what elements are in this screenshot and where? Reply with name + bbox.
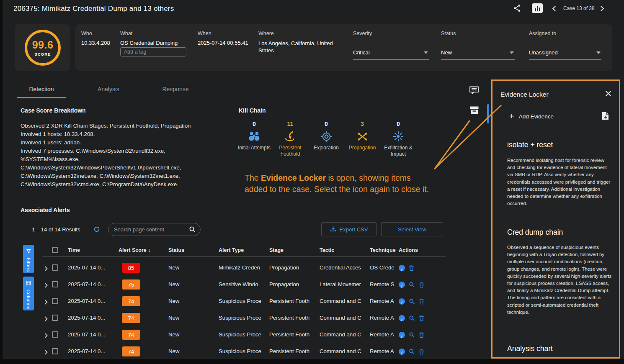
row-checkbox[interactable] bbox=[52, 348, 58, 354]
filters-button[interactable]: Filters bbox=[23, 245, 34, 273]
row-checkbox[interactable] bbox=[52, 281, 58, 287]
cell-stage: Persistent Footh bbox=[269, 343, 318, 360]
close-icon[interactable] bbox=[605, 90, 611, 98]
comments-toggle[interactable] bbox=[467, 85, 482, 97]
case-score-card: 99.6 SCORE bbox=[15, 24, 70, 71]
chevron-right-icon[interactable] bbox=[601, 5, 604, 13]
stage-exfiltration-impact[interactable]: 0 Exfiltration & Impact bbox=[380, 120, 416, 157]
stage-count: 3 bbox=[344, 120, 380, 128]
chevron-left-icon[interactable] bbox=[552, 5, 556, 13]
stage-label: Persistent Foothold bbox=[272, 145, 308, 157]
row-checkbox[interactable] bbox=[52, 264, 58, 271]
columns-button[interactable]: Columns bbox=[23, 277, 34, 310]
row-checkbox[interactable] bbox=[52, 315, 58, 321]
row-expander-icon[interactable] bbox=[44, 349, 48, 356]
evidence-item-heading[interactable]: Analysis chart bbox=[507, 344, 553, 353]
header-technique[interactable]: Technique bbox=[370, 244, 397, 257]
header-time[interactable]: Time bbox=[68, 244, 117, 257]
magnifier-icon[interactable] bbox=[409, 332, 415, 338]
row-actions bbox=[399, 259, 414, 276]
cell-stage: Persistent Footh bbox=[269, 326, 318, 343]
cell-time: 2025-07-14 0... bbox=[68, 259, 117, 276]
tab-analysis[interactable]: Analysis bbox=[75, 79, 142, 98]
alerts-table-header: Time Alert Score ↓ Status Alert Type Sta… bbox=[42, 244, 446, 257]
scrollbar-thumb[interactable] bbox=[487, 104, 489, 123]
row-expander-icon[interactable] bbox=[44, 265, 48, 273]
row-expander-icon[interactable] bbox=[44, 299, 48, 306]
row-checkbox[interactable] bbox=[52, 331, 58, 338]
header-status[interactable]: Status bbox=[168, 244, 217, 257]
tab-response[interactable]: Response bbox=[142, 79, 209, 98]
stage-initial-attempts[interactable]: 0 Initial Attempts bbox=[236, 120, 272, 157]
alert-row[interactable]: 2025-07-14 0... 74 New Suspicious Proce … bbox=[42, 343, 446, 360]
cell-status: New bbox=[168, 326, 217, 343]
trash-icon[interactable] bbox=[409, 265, 414, 271]
share-icon[interactable] bbox=[513, 4, 521, 14]
cell-status: New bbox=[168, 343, 217, 360]
evidence-item-heading[interactable]: isolate + reset bbox=[507, 141, 553, 149]
add-tag-input[interactable] bbox=[120, 47, 186, 56]
who-value: 10.33.4.208 bbox=[81, 40, 110, 46]
severity-value: Critical bbox=[353, 49, 370, 56]
stage-propagation[interactable]: 3 Propagation bbox=[344, 120, 380, 157]
header-alert-score[interactable]: Alert Score ↓ bbox=[119, 244, 150, 257]
refresh-icon[interactable] bbox=[93, 226, 100, 234]
magnifier-icon[interactable] bbox=[409, 349, 415, 355]
evidence-item-heading[interactable]: Cred dump chain bbox=[507, 228, 563, 237]
cell-stage: Persistent Footh bbox=[269, 293, 318, 310]
magnifier-icon[interactable] bbox=[409, 282, 415, 288]
info-icon[interactable] bbox=[399, 332, 405, 338]
alert-row[interactable]: 2025-07-14 0... 75 New Sensitive Windo P… bbox=[42, 276, 446, 293]
info-icon[interactable] bbox=[399, 265, 405, 271]
info-icon[interactable] bbox=[399, 315, 405, 321]
cell-tactic: Command and C bbox=[320, 326, 368, 343]
case-pagination: Case 13 of 38 bbox=[563, 5, 595, 11]
search-input[interactable] bbox=[108, 223, 201, 236]
file-plus-icon[interactable] bbox=[602, 112, 609, 122]
what-value: OS Credential Dumping bbox=[120, 40, 178, 46]
search-icon bbox=[189, 226, 196, 235]
plus-icon: + bbox=[509, 113, 514, 120]
alert-row[interactable]: 2025-07-14 0... 85 New Mimikatz Creden P… bbox=[42, 259, 446, 276]
trash-icon[interactable] bbox=[419, 282, 424, 288]
trash-icon[interactable] bbox=[419, 332, 424, 338]
alert-row[interactable]: 2025-07-14 0... 74 New Suspicious Proce … bbox=[42, 326, 446, 343]
select-all-checkbox[interactable] bbox=[52, 247, 58, 253]
tab-detection[interactable]: Detection bbox=[8, 79, 75, 98]
export-csv-button[interactable]: Export CSV bbox=[321, 222, 376, 236]
header-stage[interactable]: Stage bbox=[269, 244, 318, 257]
trash-icon[interactable] bbox=[419, 315, 424, 321]
assignee-select[interactable]: Unassigned bbox=[529, 49, 601, 60]
header-alert-type[interactable]: Alert Type bbox=[219, 244, 267, 257]
status-select[interactable]: New bbox=[441, 49, 515, 60]
header-tactic[interactable]: Tactic bbox=[320, 244, 368, 257]
row-actions bbox=[399, 276, 424, 293]
row-expander-icon[interactable] bbox=[44, 332, 48, 340]
select-view-button[interactable]: Select View bbox=[381, 222, 443, 236]
add-evidence-button[interactable]: + Add Evidence bbox=[509, 113, 554, 120]
magnifier-icon[interactable] bbox=[409, 315, 415, 321]
chevron-down-icon bbox=[596, 51, 601, 54]
evidence-locker-toggle[interactable] bbox=[467, 105, 482, 117]
bar-chart-icon[interactable] bbox=[532, 3, 543, 13]
row-expander-icon[interactable] bbox=[44, 282, 48, 290]
stage-persistent-foothold[interactable]: 11 Persistent Foothold bbox=[272, 120, 308, 157]
severity-select[interactable]: Critical bbox=[353, 49, 429, 60]
magnifier-icon[interactable] bbox=[409, 298, 415, 305]
alert-row[interactable]: 2025-07-14 0... 74 New Suspicious Proce … bbox=[42, 310, 446, 326]
filters-label: Filters bbox=[26, 258, 31, 272]
annotation-text: is open, showing items bbox=[326, 173, 411, 182]
trash-icon[interactable] bbox=[419, 349, 424, 355]
stage-count: 11 bbox=[272, 120, 308, 128]
info-icon[interactable] bbox=[399, 298, 405, 305]
row-expander-icon[interactable] bbox=[44, 315, 48, 323]
info-icon[interactable] bbox=[399, 349, 405, 355]
trash-icon[interactable] bbox=[419, 298, 424, 305]
stage-label: Initial Attempts bbox=[236, 145, 272, 151]
row-checkbox[interactable] bbox=[52, 298, 58, 304]
info-icon[interactable] bbox=[399, 282, 405, 288]
left-edge bbox=[0, 0, 3, 364]
alert-row[interactable]: 2025-07-14 0... 74 New Suspicious Proce … bbox=[42, 293, 446, 310]
stage-exploration[interactable]: 0 Exploration bbox=[308, 120, 344, 157]
breakdown-line: C:\Windows\System32\cmd.exe, C:\ProgramD… bbox=[21, 180, 191, 189]
